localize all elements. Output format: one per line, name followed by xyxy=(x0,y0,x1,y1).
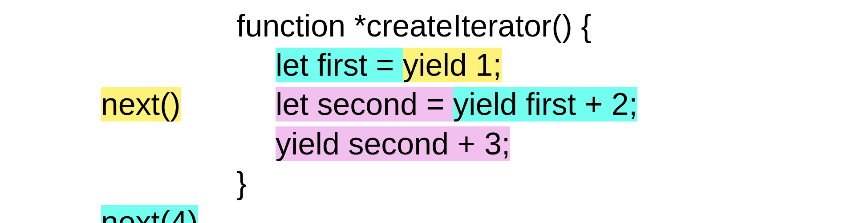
code-line-1: function *createIterator() { xyxy=(236,6,637,45)
code-line-5-text: } xyxy=(236,166,247,200)
diagram: next() next(4) next(5) function *createI… xyxy=(0,0,868,223)
code-line-2-assign: let first = xyxy=(276,48,403,82)
code-line-5: } xyxy=(236,163,637,203)
code-line-3: let second = yield first + 2; xyxy=(236,85,637,124)
call-1: next() xyxy=(49,45,198,163)
code-line-3-yield: yield first + 2; xyxy=(453,87,637,122)
code-line-4: yield second + 3; xyxy=(236,124,637,163)
code-line-2: let first = yield 1; xyxy=(236,45,637,85)
code-line-2-yield: yield 1; xyxy=(403,48,502,82)
generator-code: function *createIterator() { let first =… xyxy=(236,6,637,203)
call-1-label: next() xyxy=(101,87,181,122)
call-2: next(4) xyxy=(49,163,198,223)
code-line-1-text: function *createIterator() { xyxy=(236,8,592,43)
code-line-4-yield: yield second + 3; xyxy=(276,126,510,161)
iterator-calls-column: next() next(4) next(5) xyxy=(49,45,198,223)
code-line-3-assign: let second = xyxy=(276,87,453,122)
call-2-label: next(4) xyxy=(101,205,198,223)
